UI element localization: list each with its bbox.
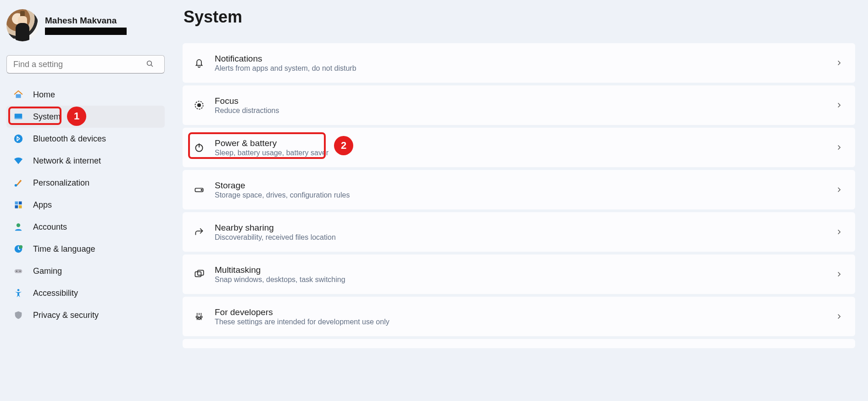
multitask-icon <box>192 267 206 282</box>
svg-point-27 <box>198 317 200 319</box>
gamepad-icon <box>13 265 24 277</box>
chevron-right-icon <box>835 270 843 278</box>
brush-icon <box>13 177 24 188</box>
svg-point-26 <box>196 316 198 318</box>
card-subtitle: These settings are intended for developm… <box>215 318 835 326</box>
sidebar-item-bluetooth[interactable]: Bluetooth & devices <box>6 128 168 150</box>
sidebar-item-personalization[interactable]: Personalization <box>6 172 168 194</box>
card-multitasking[interactable]: Multitasking Snap windows, desktops, tas… <box>183 254 855 294</box>
chevron-right-icon <box>835 228 843 236</box>
svg-rect-25 <box>198 270 204 275</box>
accessibility-icon <box>13 288 24 299</box>
chevron-right-icon <box>835 101 843 109</box>
sidebar-item-label: Accessibility <box>33 288 78 298</box>
search-wrap <box>6 55 168 73</box>
clock-globe-icon <box>13 243 24 254</box>
card-title: Focus <box>215 96 835 107</box>
chevron-right-icon <box>835 312 843 321</box>
svg-rect-24 <box>195 272 201 277</box>
developer-icon <box>192 309 206 324</box>
sidebar: Mahesh Makvana Home System Bluetooth & <box>0 0 174 401</box>
card-focus[interactable]: Focus Reduce distractions <box>183 85 855 125</box>
card-storage[interactable]: Storage Storage space, drives, configura… <box>183 170 855 209</box>
sidebar-item-accounts[interactable]: Accounts <box>6 216 168 238</box>
wifi-icon <box>13 155 24 166</box>
settings-card-list: Notifications Alerts from apps and syste… <box>183 43 855 348</box>
svg-point-6 <box>15 184 17 187</box>
home-icon <box>13 89 24 100</box>
svg-point-13 <box>19 245 22 249</box>
card-title: Storage <box>215 180 835 191</box>
sidebar-item-accessibility[interactable]: Accessibility <box>6 282 168 304</box>
person-icon <box>13 221 24 232</box>
annotation-box-2 <box>188 132 326 159</box>
svg-point-19 <box>198 104 201 107</box>
sidebar-item-label: Network & internet <box>33 156 101 166</box>
sidebar-item-gaming[interactable]: Gaming <box>6 260 168 282</box>
profile-block[interactable]: Mahesh Makvana <box>6 6 168 47</box>
sidebar-item-home[interactable]: Home <box>6 84 168 106</box>
sidebar-item-time-language[interactable]: Time & language <box>6 238 168 260</box>
svg-rect-2 <box>16 94 21 98</box>
chevron-right-icon <box>835 186 843 194</box>
annotation-badge-1: 1 <box>67 107 86 126</box>
card-title: For developers <box>215 307 835 318</box>
svg-point-15 <box>16 271 17 271</box>
main-content: System Notifications Alerts from apps an… <box>174 0 868 401</box>
sidebar-item-label: Personalization <box>33 178 89 188</box>
chevron-right-icon <box>835 143 843 152</box>
card-title: Multitasking <box>215 265 835 276</box>
card-for-developers[interactable]: For developers These settings are intend… <box>183 297 855 336</box>
shield-icon <box>13 310 24 321</box>
apps-icon <box>13 199 24 210</box>
card-nearby-sharing[interactable]: Nearby sharing Discoverability, received… <box>183 212 855 252</box>
storage-icon <box>192 182 206 197</box>
card-title: Nearby sharing <box>215 222 835 233</box>
sidebar-item-label: Privacy & security <box>33 311 99 320</box>
svg-rect-8 <box>19 202 22 205</box>
annotation-box-1 <box>8 107 61 125</box>
svg-rect-10 <box>19 205 22 209</box>
annotation-badge-2: 2 <box>334 136 353 155</box>
svg-point-0 <box>147 61 152 66</box>
svg-rect-14 <box>15 269 22 273</box>
card-partial-next[interactable] <box>183 339 855 348</box>
svg-point-16 <box>19 271 20 271</box>
bell-icon <box>192 56 206 70</box>
avatar <box>6 9 39 41</box>
card-subtitle: Storage space, drives, configuration rul… <box>215 191 835 199</box>
sidebar-item-label: Time & language <box>33 244 95 254</box>
sidebar-item-label: Home <box>33 90 55 100</box>
sidebar-item-label: Accounts <box>33 222 67 232</box>
page-title: System <box>184 7 855 27</box>
card-notifications[interactable]: Notifications Alerts from apps and syste… <box>183 43 855 83</box>
chevron-right-icon <box>835 59 843 67</box>
bluetooth-icon <box>13 133 24 144</box>
card-subtitle: Snap windows, desktops, task switching <box>215 276 835 284</box>
sidebar-item-label: Bluetooth & devices <box>33 134 106 144</box>
sidebar-item-label: Gaming <box>33 266 62 276</box>
svg-line-1 <box>151 65 153 67</box>
sidebar-item-privacy[interactable]: Privacy & security <box>6 304 168 326</box>
sidebar-item-label: Apps <box>33 200 52 210</box>
focus-icon <box>192 98 206 113</box>
profile-name: Mahesh Makvana <box>45 16 127 26</box>
profile-email-redacted <box>45 28 127 35</box>
svg-point-17 <box>17 289 20 291</box>
sidebar-item-apps[interactable]: Apps <box>6 194 168 216</box>
share-icon <box>192 225 206 239</box>
search-icon[interactable] <box>146 60 155 69</box>
svg-rect-9 <box>15 205 18 209</box>
svg-point-28 <box>200 316 202 318</box>
sidebar-nav: Home System Bluetooth & devices Network … <box>6 84 168 326</box>
card-title: Notifications <box>215 53 835 64</box>
card-subtitle: Reduce distractions <box>215 107 835 115</box>
svg-point-5 <box>14 135 22 143</box>
svg-point-11 <box>17 223 20 227</box>
svg-rect-7 <box>15 202 18 205</box>
sidebar-item-network[interactable]: Network & internet <box>6 150 168 172</box>
card-subtitle: Alerts from apps and system, do not dist… <box>215 64 835 73</box>
search-input[interactable] <box>6 55 165 73</box>
svg-point-23 <box>201 189 202 190</box>
card-subtitle: Discoverability, received files location <box>215 233 835 242</box>
